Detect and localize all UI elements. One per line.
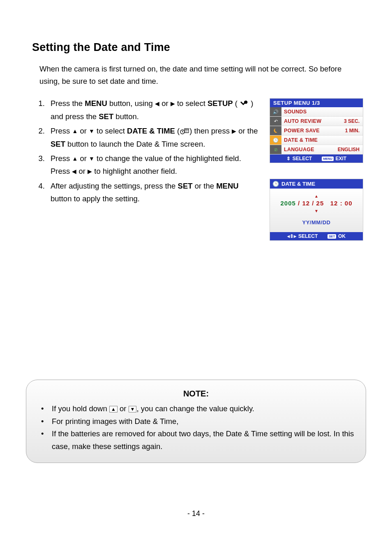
svg-rect-1 bbox=[184, 129, 189, 133]
triangle-down-icon: ▼ bbox=[305, 209, 327, 213]
step-number: 2. bbox=[34, 124, 51, 150]
step-number: 1. bbox=[34, 97, 51, 123]
step-text: Press ▲ or ▼ to change the value of the … bbox=[51, 152, 259, 178]
menu-badge: MENU bbox=[322, 157, 333, 161]
language-icon: ⎚ bbox=[270, 145, 281, 154]
speaker-icon: 🔊 bbox=[270, 107, 281, 116]
triangle-up-icon: ▲ bbox=[305, 194, 327, 198]
page-number: - 14 - bbox=[0, 509, 392, 518]
menu-row-language: ⎚ LANGUAGE ENGLISH bbox=[270, 145, 363, 154]
datetime-header: 🕒 DATE & TIME bbox=[270, 179, 363, 189]
menu-row-powersave: ⏾ POWER SAVE 1 MIN. bbox=[270, 126, 363, 136]
set-badge: SET bbox=[327, 234, 336, 239]
note-title: NOTE: bbox=[38, 389, 354, 398]
steps-list: 1. Press the MENU button, using ◀ or ▶ t… bbox=[34, 97, 259, 241]
page-title: Setting the Date and Time bbox=[32, 41, 363, 54]
menu-row-sounds: 🔊 SOUNDS bbox=[270, 107, 363, 117]
note-item: • If the batteries are removed for about… bbox=[38, 428, 354, 453]
triangle-left-icon: ◀ bbox=[155, 99, 159, 109]
triangle-up-icon: ▲ bbox=[109, 406, 118, 412]
step-text: After adjusting the settings, press the … bbox=[51, 180, 259, 205]
step-number: 4. bbox=[34, 180, 51, 205]
datetime-footer: ◂⇕▸SELECT SETOK bbox=[270, 232, 363, 240]
triangle-left-icon: ◀ bbox=[72, 167, 76, 177]
setup-menu-footer: ⇕SELECT MENUEXIT bbox=[270, 154, 363, 163]
step-text: Press ▲ or ▼ to select DATE & TIME () th… bbox=[51, 124, 259, 150]
triangle-up-icon: ▲ bbox=[72, 127, 78, 136]
setup-wrench-icon bbox=[240, 98, 249, 106]
clock-calendar-icon bbox=[180, 126, 189, 134]
clock-icon: 🕒 bbox=[270, 136, 281, 145]
powersave-icon: ⏾ bbox=[270, 126, 281, 135]
intro-text: When the camera is first turned on, the … bbox=[39, 63, 363, 87]
setup-menu-screenshot: SETUP MENU 1/3 🔊 SOUNDS ↶ AUTO REVIEW 3 … bbox=[270, 98, 363, 163]
triangle-right-icon: ▶ bbox=[232, 127, 236, 136]
datetime-screenshot: 🕒 DATE & TIME ▲ 2005 / 12 / 25 12 : 00 ▼… bbox=[270, 179, 363, 241]
step-number: 3. bbox=[34, 152, 51, 178]
undo-icon: ↶ bbox=[270, 117, 281, 126]
note-box: NOTE: • If you hold down ▲ or ▼, you can… bbox=[26, 380, 366, 463]
note-item: • For printing images with Date & Time, bbox=[38, 415, 354, 428]
note-item: • If you hold down ▲ or ▼, you can chang… bbox=[38, 403, 354, 415]
triangle-up-icon: ▲ bbox=[72, 154, 78, 164]
clock-icon: 🕒 bbox=[272, 181, 279, 187]
nav-arrows-icon: ◂⇕▸ bbox=[287, 233, 296, 239]
setup-menu-header: SETUP MENU 1/3 bbox=[270, 99, 363, 107]
triangle-down-icon: ▼ bbox=[89, 127, 95, 136]
triangle-right-icon: ▶ bbox=[171, 99, 175, 109]
step-text: Press the MENU button, using ◀ or ▶ to s… bbox=[51, 97, 259, 123]
datetime-values: 2005 / 12 / 25 12 : 00 bbox=[270, 199, 363, 207]
datetime-format: YY/MM/DD bbox=[270, 219, 363, 226]
menu-row-autoreview: ↶ AUTO REVIEW 3 SEC. bbox=[270, 117, 363, 126]
updown-icon: ⇕ bbox=[286, 156, 291, 161]
triangle-down-icon: ▼ bbox=[129, 406, 137, 412]
menu-row-datetime: 🕒 DATE & TIME bbox=[270, 136, 363, 145]
triangle-right-icon: ▶ bbox=[88, 167, 92, 177]
triangle-down-icon: ▼ bbox=[89, 154, 95, 164]
